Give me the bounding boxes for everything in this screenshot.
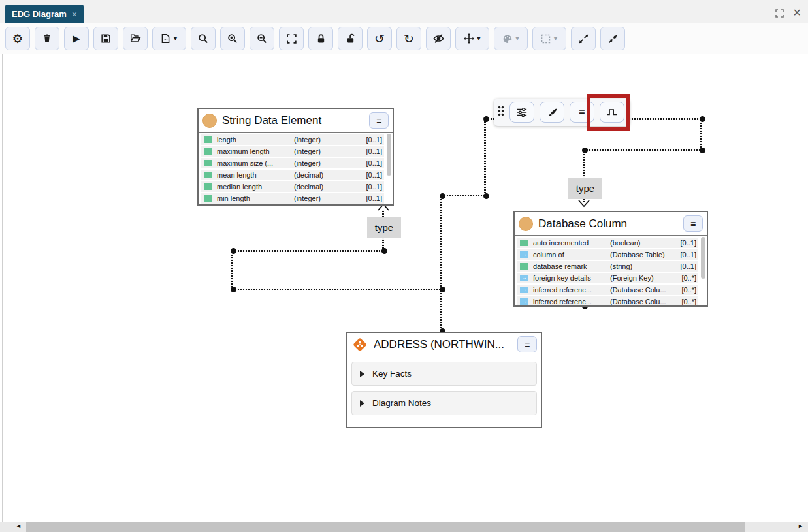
selection-button[interactable]: ▼ — [532, 27, 566, 50]
redo-button[interactable]: ↻ — [396, 27, 421, 50]
search-button[interactable] — [191, 27, 216, 50]
attribute-row[interactable]: → inferred referenc... (Database Colu...… — [517, 296, 698, 305]
edge-address-dbcolumn[interactable] — [584, 149, 702, 151]
node-menu-button[interactable]: ≡ — [369, 112, 389, 129]
attribute-row[interactable]: → foreign key details (Foreign Key) [0..… — [517, 273, 698, 283]
relation-icon: → — [520, 298, 528, 305]
edge-waypoint[interactable] — [582, 148, 588, 153]
attribute-row[interactable]: median length (decimal) [0..1] — [201, 181, 384, 192]
node-menu-button[interactable]: ≡ — [517, 336, 537, 352]
move-button[interactable]: ▼ — [455, 27, 489, 50]
edge-waypoint[interactable] — [231, 248, 236, 254]
window-controls: ✕ — [775, 8, 801, 17]
edge-waypoint[interactable] — [231, 287, 236, 292]
delete-button[interactable] — [35, 27, 59, 50]
fullscreen-icon[interactable] — [775, 8, 784, 17]
arrowhead-down-icon — [577, 200, 590, 208]
edge-address-dbcolumn[interactable] — [442, 195, 487, 196]
node-scrollbar[interactable] — [700, 236, 706, 305]
edge-address-stringelement[interactable] — [233, 250, 384, 252]
edge-address-stringelement[interactable] — [231, 251, 233, 290]
edge-address-dbcolumn[interactable] — [484, 119, 486, 196]
caret-down-icon: ▼ — [476, 35, 482, 42]
export-image-button[interactable]: ▼ — [152, 27, 186, 50]
attribute-row[interactable]: auto incremented (boolean) [0..1] — [517, 238, 698, 248]
node-scrollbar[interactable] — [386, 133, 392, 204]
edge-label-type[interactable]: type — [367, 217, 401, 238]
node-header[interactable]: String Data Element ≡ — [199, 109, 393, 133]
edge-address-stringelement[interactable] — [233, 289, 442, 290]
edge-address-dbcolumn[interactable] — [440, 196, 442, 331]
node-address[interactable]: ADDRESS (NORTHWIN... ≡ Key Facts Diagram… — [346, 332, 542, 428]
edge-waypoint[interactable] — [381, 248, 387, 254]
expand-button[interactable] — [571, 27, 596, 50]
section-key-facts[interactable]: Key Facts — [351, 362, 537, 386]
edge-waypoint[interactable] — [483, 193, 489, 199]
attribute-row[interactable]: mean length (decimal) [0..1] — [201, 170, 384, 180]
attribute-row[interactable]: database remark (string) [0..1] — [517, 261, 698, 272]
tab-close-icon[interactable]: × — [72, 9, 77, 20]
zoom-in-button[interactable] — [220, 27, 245, 50]
hide-button[interactable] — [426, 27, 451, 50]
edge-waypoint[interactable] — [440, 193, 445, 199]
run-button[interactable]: ▶ — [64, 27, 89, 50]
collapse-button[interactable] — [600, 27, 625, 50]
adjustments-button[interactable] — [509, 102, 534, 123]
edge-label-type[interactable]: type — [568, 178, 602, 199]
lock-button[interactable] — [308, 27, 333, 50]
zoom-out-button[interactable] — [250, 27, 274, 50]
node-title: Database Column — [538, 217, 678, 230]
class-icon — [202, 114, 217, 128]
horizontal-scrollbar[interactable]: ◄ ► — [0, 522, 808, 532]
scrollbar-thumb[interactable] — [26, 522, 745, 532]
node-string-data-element[interactable]: String Data Element ≡ length (integer) [… — [197, 108, 394, 206]
class-icon — [519, 217, 533, 231]
caret-down-icon: ▼ — [553, 35, 558, 42]
node-database-column[interactable]: Database Column ≡ auto incremented (bool… — [513, 211, 708, 307]
tab-edg-diagram[interactable]: EDG Diagram × — [5, 5, 84, 23]
node-title: ADDRESS (NORTHWIN... — [374, 338, 512, 351]
relation-icon: → — [520, 275, 528, 281]
caret-down-icon: ▼ — [172, 35, 178, 42]
node-header[interactable]: ADDRESS (NORTHWIN... ≡ — [347, 333, 541, 356]
close-icon[interactable]: ✕ — [793, 8, 801, 17]
brush-button[interactable] — [540, 102, 564, 123]
relation-icon: → — [520, 287, 528, 293]
expand-triangle-icon — [360, 400, 364, 407]
drag-handle-icon[interactable] — [498, 106, 504, 119]
diagram-canvas[interactable]: type type String Data Element ≡ length (… — [2, 54, 805, 522]
scroll-right-icon[interactable]: ► — [798, 523, 803, 529]
attribute-icon — [204, 148, 212, 155]
attribute-row[interactable]: → inferred referenc... (Database Colu...… — [517, 285, 698, 295]
edge-waypoint[interactable] — [700, 116, 705, 122]
attribute-icon — [204, 183, 212, 190]
node-title: String Data Element — [222, 114, 364, 127]
attribute-icon — [520, 263, 528, 270]
tab-bar: EDG Diagram × ✕ — [0, 0, 808, 23]
node-menu-button[interactable]: ≡ — [683, 215, 703, 232]
scroll-left-icon[interactable]: ◄ — [16, 523, 22, 529]
attribute-icon — [520, 240, 528, 246]
settings-button[interactable]: ⚙ — [5, 27, 30, 50]
unlock-button[interactable] — [338, 27, 363, 50]
edge-address-dbcolumn[interactable] — [700, 119, 702, 150]
edge-waypoint[interactable] — [700, 148, 705, 153]
attribute-row[interactable]: → column of (Database Table) [0..1] — [517, 249, 698, 260]
attribute-icon — [204, 195, 212, 202]
save-button[interactable] — [93, 27, 118, 50]
fit-screen-button[interactable] — [279, 27, 304, 50]
open-button[interactable] — [123, 27, 148, 50]
attribute-icon — [204, 136, 212, 143]
attribute-row[interactable]: length (integer) [0..1] — [201, 134, 384, 145]
attribute-row[interactable]: min length (integer) [0..1] — [201, 193, 384, 204]
attribute-row[interactable]: maximum length (integer) [0..1] — [201, 146, 384, 157]
palette-button[interactable]: ▼ — [494, 27, 528, 50]
section-diagram-notes[interactable]: Diagram Notes — [351, 391, 537, 415]
attribute-row[interactable]: maximum size (... (integer) [0..1] — [201, 158, 384, 168]
scrollbar-thumb[interactable] — [701, 237, 705, 279]
scrollbar-thumb[interactable] — [387, 134, 391, 176]
node-header[interactable]: Database Column ≡ — [515, 212, 707, 236]
edge-waypoint[interactable] — [483, 116, 489, 122]
edge-waypoint[interactable] — [440, 287, 445, 292]
undo-button[interactable]: ↺ — [367, 27, 392, 50]
